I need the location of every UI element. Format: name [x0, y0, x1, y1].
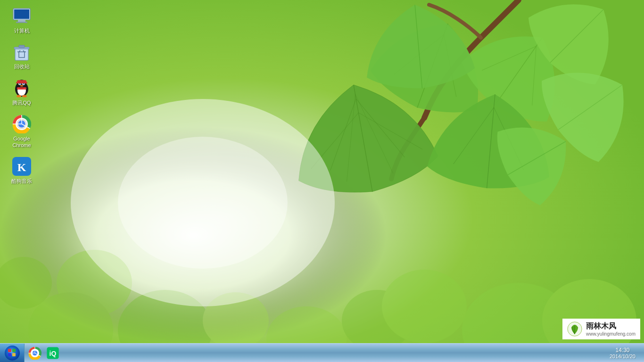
clock-area[interactable]: 14:30 2014/10/20	[605, 347, 640, 359]
svg-line-12	[495, 38, 542, 105]
start-button[interactable]	[0, 344, 25, 362]
svg-point-58	[22, 95, 27, 97]
svg-line-16	[487, 94, 495, 188]
kuwo-icon: K	[12, 157, 31, 176]
watermark-text: 雨林木风 www.yulingmufeng.com	[586, 321, 636, 337]
taskbar-iqiyi-icon[interactable]: iQ	[44, 345, 61, 362]
kuwo-icon-label: 酷狗音乐	[11, 178, 32, 184]
svg-point-31	[382, 270, 467, 343]
system-tray: 14:30 2014/10/20	[605, 344, 644, 362]
desktop-icon-recycle[interactable]: 回收站	[5, 41, 39, 72]
svg-rect-36	[18, 20, 25, 22]
qq-icon	[12, 79, 31, 98]
svg-point-53	[20, 85, 23, 86]
svg-line-17	[454, 104, 494, 167]
svg-line-13	[482, 29, 536, 88]
svg-line-5	[303, 113, 367, 169]
svg-point-24	[203, 292, 269, 349]
svg-rect-73	[8, 353, 11, 356]
computer-icon-label: 计算机	[14, 27, 30, 34]
desktop: 计算机 回收站	[0, 0, 644, 362]
chrome-icon-label: Google Chrome	[7, 135, 37, 149]
svg-line-21	[558, 85, 622, 130]
svg-line-3	[319, 99, 367, 171]
svg-point-57	[17, 95, 21, 97]
desktop-icon-computer[interactable]: 计算机	[5, 5, 39, 36]
svg-line-6	[358, 103, 422, 159]
svg-line-19	[415, 5, 422, 88]
desktop-icons: 计算机 回收站	[5, 5, 39, 187]
svg-line-18	[488, 107, 529, 170]
watermark: 雨林木风 www.yulingmufeng.com	[562, 319, 640, 339]
svg-text:iQ: iQ	[50, 349, 57, 357]
svg-rect-56	[17, 87, 26, 90]
desktop-icon-kuwo[interactable]: K 酷狗音乐	[5, 155, 39, 186]
chrome-icon	[12, 115, 31, 133]
svg-line-2	[354, 85, 372, 192]
svg-rect-35	[14, 9, 29, 19]
clock-date: 2014/10/20	[610, 354, 636, 359]
clock-time: 14:30	[615, 347, 629, 354]
desktop-icon-chrome[interactable]: Google Chrome	[5, 113, 39, 151]
svg-line-7	[332, 94, 370, 182]
svg-line-11	[425, 34, 475, 97]
desktop-icon-qq[interactable]: 腾讯QQ	[5, 77, 39, 108]
svg-point-27	[342, 290, 413, 351]
recycle-icon	[12, 42, 31, 61]
svg-text:K: K	[17, 161, 26, 173]
svg-rect-37	[16, 22, 27, 23]
watermark-url: www.yulingmufeng.com	[586, 331, 636, 337]
taskbar-chrome-icon[interactable]	[26, 345, 43, 362]
svg-rect-71	[8, 349, 11, 352]
svg-line-8	[355, 90, 393, 178]
svg-line-4	[356, 92, 405, 164]
svg-line-20	[508, 141, 566, 175]
svg-rect-0	[0, 0, 644, 362]
svg-rect-38	[15, 48, 28, 60]
svg-line-15	[550, 9, 603, 63]
taskbar: iQ 14:30 2014/10/20	[0, 343, 644, 362]
svg-point-70	[5, 346, 20, 361]
svg-point-33	[118, 137, 288, 269]
watermark-logo-icon	[567, 321, 582, 337]
svg-line-10	[394, 24, 444, 86]
svg-point-32	[71, 99, 335, 306]
watermark-brand: 雨林木风	[586, 321, 636, 331]
svg-point-30	[0, 257, 52, 309]
recycle-icon-label: 回收站	[14, 63, 30, 70]
svg-rect-1	[0, 0, 644, 362]
qq-icon-label: 腾讯QQ	[12, 99, 31, 106]
svg-line-9	[417, 24, 448, 108]
computer-icon	[12, 7, 31, 25]
svg-rect-74	[12, 353, 16, 356]
taskbar-quick-launch: iQ	[25, 345, 63, 362]
svg-rect-40	[19, 45, 25, 48]
svg-rect-72	[12, 349, 16, 352]
svg-rect-55	[16, 82, 27, 83]
svg-point-22	[57, 250, 132, 316]
svg-line-14	[507, 46, 561, 106]
